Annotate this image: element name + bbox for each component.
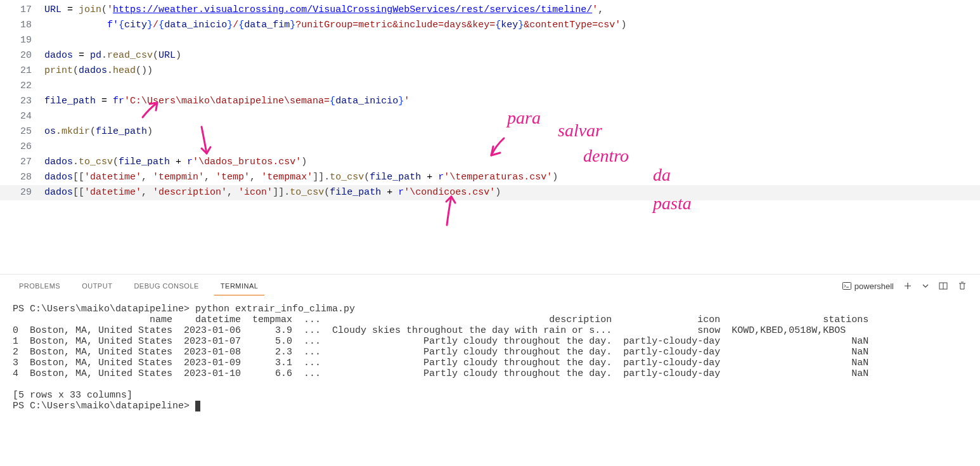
- chevron-down-icon[interactable]: [922, 282, 929, 290]
- tab-problems[interactable]: PROBLEMS: [13, 277, 67, 295]
- code-content[interactable]: dados[['datetime', 'description', 'icon'…: [44, 185, 980, 200]
- svg-rect-5: [842, 283, 851, 290]
- tab-terminal[interactable]: TERMINAL: [214, 277, 265, 295]
- line-number: 28: [0, 170, 44, 185]
- line-number: 18: [0, 18, 44, 33]
- terminal-cursor: [195, 401, 200, 411]
- code-line[interactable]: 20dados = pd.read_csv(URL): [0, 48, 980, 63]
- code-line[interactable]: 25os.mkdir(file_path): [0, 124, 980, 139]
- code-line[interactable]: 29dados[['datetime', 'description', 'ico…: [0, 185, 980, 200]
- code-line[interactable]: 22: [0, 79, 980, 94]
- code-line[interactable]: 24: [0, 109, 980, 124]
- code-line[interactable]: 23file_path = fr'C:\Users\maiko\datapipe…: [0, 94, 980, 109]
- line-number: 25: [0, 124, 44, 139]
- code-content[interactable]: f'{city}/{data_inicio}/{data_fim}?unitGr…: [44, 18, 980, 33]
- code-line[interactable]: 27dados.to_csv(file_path + r'\dados_brut…: [0, 155, 980, 170]
- bottom-panel: PROBLEMS OUTPUT DEBUG CONSOLE TERMINAL p…: [0, 274, 980, 466]
- split-terminal-icon[interactable]: [938, 281, 948, 291]
- tab-debug-console[interactable]: DEBUG CONSOLE: [127, 277, 205, 295]
- code-content[interactable]: dados = pd.read_csv(URL): [44, 48, 980, 63]
- tab-output[interactable]: OUTPUT: [75, 277, 119, 295]
- panel-tabs: PROBLEMS OUTPUT DEBUG CONSOLE TERMINAL p…: [0, 275, 980, 297]
- code-content[interactable]: [44, 33, 980, 48]
- line-number: 24: [0, 109, 44, 124]
- code-line[interactable]: 18 f'{city}/{data_inicio}/{data_fim}?uni…: [0, 18, 980, 33]
- line-number: 22: [0, 79, 44, 94]
- line-number: 29: [0, 185, 44, 200]
- code-content[interactable]: [44, 79, 980, 94]
- line-number: 19: [0, 33, 44, 48]
- line-number: 26: [0, 139, 44, 155]
- terminal-icon: [842, 281, 852, 291]
- shell-label: powershell: [854, 282, 894, 291]
- code-content[interactable]: dados[['datetime', 'tempmin', 'temp', 't…: [44, 170, 980, 185]
- code-content[interactable]: URL = join('https://weather.visualcrossi…: [44, 3, 980, 18]
- line-number: 20: [0, 48, 44, 63]
- code-content[interactable]: [44, 139, 980, 155]
- terminal-output[interactable]: PS C:\Users\maiko\datapipeline> python e…: [0, 297, 980, 466]
- code-line[interactable]: 19: [0, 33, 980, 48]
- terminal-shell-dropdown[interactable]: powershell: [842, 281, 894, 291]
- code-content[interactable]: [44, 109, 980, 124]
- code-content[interactable]: dados.to_csv(file_path + r'\dados_brutos…: [44, 155, 980, 170]
- new-terminal-icon[interactable]: [903, 281, 913, 291]
- code-line[interactable]: 26: [0, 139, 980, 155]
- code-editor[interactable]: para salvar dentro da pasta 17URL = join…: [0, 0, 980, 274]
- code-line[interactable]: 17URL = join('https://weather.visualcros…: [0, 3, 980, 18]
- code-line[interactable]: 28dados[['datetime', 'tempmin', 'temp', …: [0, 170, 980, 185]
- code-content[interactable]: file_path = fr'C:\Users\maiko\datapipeli…: [44, 94, 980, 109]
- line-number: 21: [0, 63, 44, 79]
- code-line[interactable]: 21print(dados.head()): [0, 63, 980, 79]
- code-content[interactable]: os.mkdir(file_path): [44, 124, 980, 139]
- trash-icon[interactable]: [957, 281, 967, 291]
- code-content[interactable]: print(dados.head()): [44, 63, 980, 79]
- line-number: 23: [0, 94, 44, 109]
- line-number: 27: [0, 155, 44, 170]
- line-number: 17: [0, 3, 44, 18]
